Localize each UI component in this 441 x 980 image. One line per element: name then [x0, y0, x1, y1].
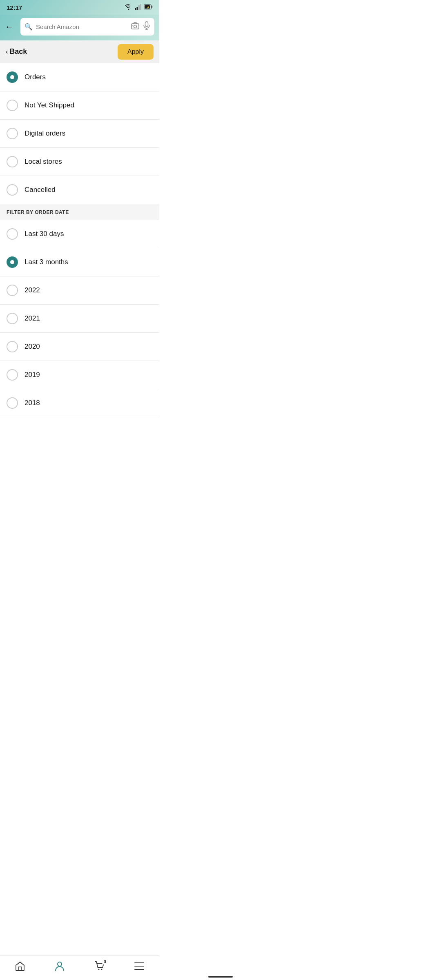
option-cancelled-label: Cancelled	[24, 186, 56, 194]
radio-orders[interactable]	[7, 71, 18, 83]
svg-rect-9	[132, 25, 134, 26]
status-time: 12:17	[7, 4, 22, 11]
option-2022-label: 2022	[24, 286, 40, 294]
list-item[interactable]: Orders	[0, 63, 159, 91]
svg-rect-1	[137, 7, 138, 10]
back-label: Back	[9, 47, 27, 56]
nav-bar: ‹ Back Apply	[0, 40, 159, 63]
status-icons: ⚡	[125, 4, 153, 11]
radio-digital-orders[interactable]	[7, 128, 18, 139]
status-bar: 12:17 ⚡	[0, 0, 159, 15]
search-box: 🔍	[20, 18, 154, 36]
list-item[interactable]: Digital orders	[0, 120, 159, 148]
signal-icon	[135, 4, 141, 11]
search-area: ← 🔍	[0, 15, 159, 40]
svg-rect-3	[140, 4, 142, 10]
svg-rect-2	[138, 5, 140, 10]
camera-search-icon[interactable]	[131, 22, 140, 32]
filter-section-title: FILTER BY ORDER DATE	[7, 209, 69, 215]
option-2018-label: 2018	[24, 399, 40, 407]
list-item[interactable]: 2021	[0, 305, 159, 333]
radio-local-stores[interactable]	[7, 156, 18, 167]
list-item[interactable]: 2022	[0, 276, 159, 305]
list-item[interactable]: Local stores	[0, 148, 159, 176]
list-item[interactable]: Cancelled	[0, 176, 159, 204]
radio-last-3-months[interactable]	[7, 256, 18, 268]
wifi-icon	[125, 4, 132, 11]
svg-text:⚡: ⚡	[147, 6, 150, 9]
list-item[interactable]: Not Yet Shipped	[0, 91, 159, 120]
svg-point-8	[134, 25, 137, 28]
option-digital-orders-label: Digital orders	[24, 129, 65, 138]
option-2021-label: 2021	[24, 314, 40, 323]
list-item[interactable]: 2020	[0, 333, 159, 361]
option-2019-label: 2019	[24, 371, 40, 379]
list-item[interactable]: Last 30 days	[0, 220, 159, 248]
radio-2021[interactable]	[7, 313, 18, 324]
battery-icon: ⚡	[144, 4, 153, 11]
date-filter-options: Last 30 days Last 3 months 2022 2021 202…	[0, 220, 159, 417]
radio-last-30-days[interactable]	[7, 228, 18, 240]
search-icon: 🔍	[24, 23, 33, 31]
search-input[interactable]	[36, 23, 127, 30]
order-type-options: Orders Not Yet Shipped Digital orders Lo…	[0, 63, 159, 204]
radio-2020[interactable]	[7, 341, 18, 352]
option-not-yet-shipped-label: Not Yet Shipped	[24, 101, 74, 109]
radio-2019[interactable]	[7, 369, 18, 381]
radio-2018[interactable]	[7, 397, 18, 409]
radio-not-yet-shipped[interactable]	[7, 100, 18, 111]
option-last-3-months-label: Last 3 months	[24, 258, 68, 266]
mic-icon[interactable]	[143, 21, 150, 32]
back-button[interactable]: ‹ Back	[6, 47, 27, 56]
svg-rect-0	[135, 8, 136, 10]
apply-button[interactable]: Apply	[118, 44, 154, 60]
option-orders-label: Orders	[24, 73, 46, 81]
option-2020-label: 2020	[24, 343, 40, 351]
filter-section-header: FILTER BY ORDER DATE	[0, 204, 159, 220]
svg-rect-10	[145, 22, 148, 27]
back-arrow-search-icon[interactable]: ←	[5, 22, 16, 32]
back-chevron-icon: ‹	[6, 48, 8, 56]
radio-cancelled[interactable]	[7, 184, 18, 196]
list-item[interactable]: Last 3 months	[0, 248, 159, 276]
list-item[interactable]: 2019	[0, 361, 159, 389]
list-item[interactable]: 2018	[0, 389, 159, 417]
radio-2022[interactable]	[7, 285, 18, 296]
option-local-stores-label: Local stores	[24, 158, 62, 166]
page-content: Orders Not Yet Shipped Digital orders Lo…	[0, 63, 159, 446]
option-last-30-days-label: Last 30 days	[24, 230, 64, 238]
